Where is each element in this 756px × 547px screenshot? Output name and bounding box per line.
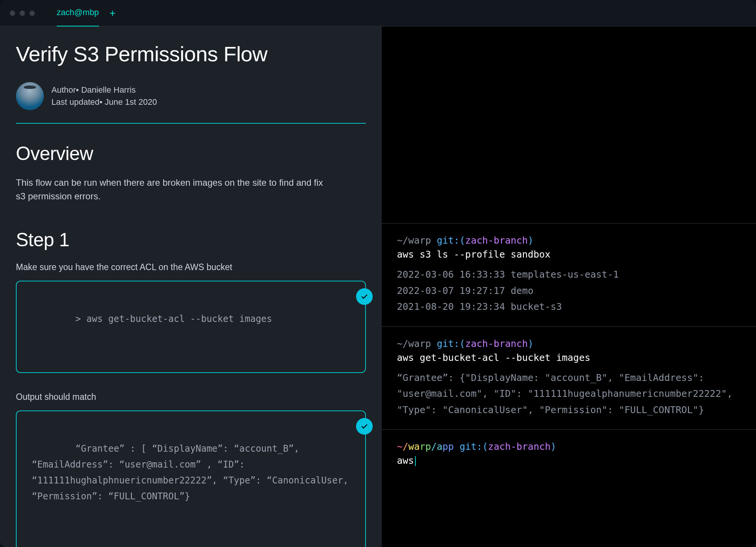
step1-caption: Make sure you have the correct ACL on th… [16,262,366,272]
command-input[interactable]: aws [397,455,741,466]
overview-body: This flow can be run when there are brok… [16,176,326,203]
check-icon[interactable] [356,418,373,435]
titlebar: zach@mbp + [0,0,756,26]
author-row: Author• Danielle Harris Last updated• Ju… [16,82,366,110]
prompt-branch: zach-branch [488,441,551,452]
close-window-icon[interactable] [10,11,15,16]
tab-active[interactable]: zach@mbp [57,0,99,27]
terminal-block[interactable]: ~/warp git:(zach-branch) aws s3 ls --pro… [382,223,756,326]
author-label: Author• Danielle Harris [51,84,157,96]
prompt: ~/warp/app git:(zach-branch) [397,441,741,452]
terminal-pane[interactable]: ~/warp git:(zach-branch) aws s3 ls --pro… [382,26,756,547]
window-controls [10,11,35,16]
prompt-git-label: git: [460,441,482,452]
step1-heading: Step 1 [16,229,366,251]
command-output: 2022-03-06 16:33:33 templates-us-east-1 … [397,267,741,315]
cursor-icon [415,456,416,466]
zoom-window-icon[interactable] [29,11,35,16]
notebook-pane: Verify S3 Permissions Flow Author• Danie… [0,26,382,547]
updated-label: Last updated• June 1st 2020 [51,96,157,108]
output-caption: Output should match [16,392,366,402]
command-line: aws s3 ls --profile sandbox [397,249,741,260]
prompt-path: ~/warp [397,338,431,349]
page-title: Verify S3 Permissions Flow [16,42,366,66]
output-text: “Grantee” : [ “DisplayName”: “account_B”… [32,443,354,502]
prompt-git-label: git: [437,338,459,349]
prompt-branch: zach-branch [465,338,528,349]
command-output: “Grantee”: {"DisplayName: "account_B", "… [397,370,741,418]
check-icon[interactable] [356,288,373,305]
terminal-block-active[interactable]: ~/warp/app git:(zach-branch) aws [382,429,756,547]
minimize-window-icon[interactable] [20,11,25,16]
command-card[interactable]: > aws get-bucket-acl --bucket images [16,281,366,373]
terminal-block[interactable]: ~/warp git:(zach-branch) aws get-bucket-… [382,326,756,430]
new-tab-button[interactable]: + [110,7,116,19]
command-text: > aws get-bucket-acl --bucket images [76,314,272,324]
output-card[interactable]: “Grantee” : [ “DisplayName”: “account_B”… [16,410,366,547]
author-meta: Author• Danielle Harris Last updated• Ju… [51,84,157,108]
app-window: zach@mbp + Verify S3 Permissions Flow Au… [0,0,756,547]
prompt: ~/warp git:(zach-branch) [397,235,741,246]
avatar [16,82,44,110]
divider [16,123,366,124]
prompt: ~/warp git:(zach-branch) [397,338,741,349]
prompt-git-label: git: [437,235,459,246]
prompt-path: ~/warp [397,235,431,246]
overview-heading: Overview [16,143,366,165]
terminal-spacer [382,26,756,223]
command-line: aws get-bucket-acl --bucket images [397,352,741,363]
main: Verify S3 Permissions Flow Author• Danie… [0,26,756,547]
prompt-branch: zach-branch [465,235,528,246]
